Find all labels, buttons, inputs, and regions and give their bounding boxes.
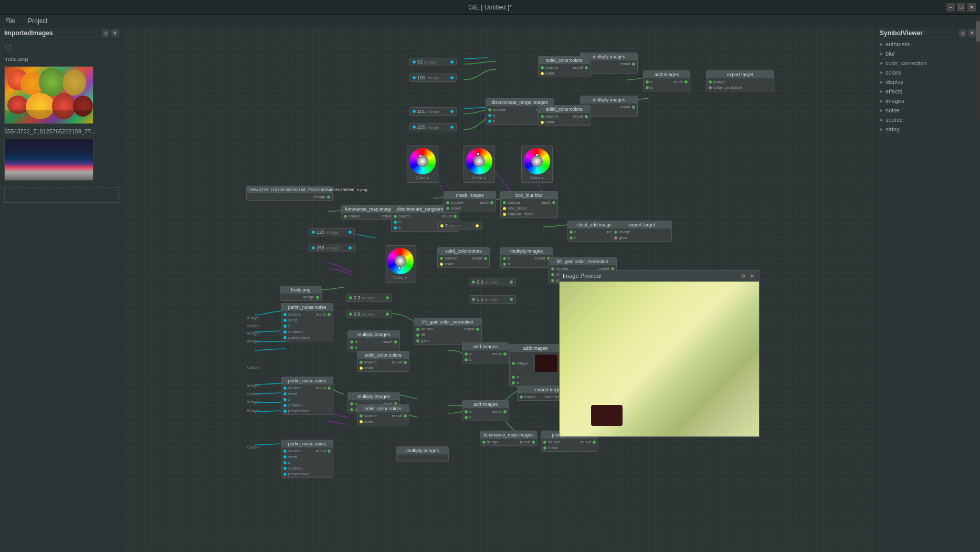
node-header: add:images: [644, 71, 690, 78]
close-button[interactable]: ✕: [967, 3, 976, 12]
symbol-label-source: source: [886, 117, 903, 123]
node-fruits-png[interactable]: fruits.png image: [280, 286, 322, 301]
titlebar: GIE [ Untitled ]* – □ ✕: [0, 0, 980, 15]
symbol-item-string[interactable]: ▶ string: [876, 124, 980, 134]
value-node-101[interactable]: 101 integer: [409, 107, 457, 116]
label-integer-5: integer: [247, 399, 260, 404]
symbol-label-noise: noise: [886, 107, 899, 113]
menu-project[interactable]: Project: [25, 16, 50, 26]
arrow-icon-images: ▶: [880, 98, 883, 103]
node-export-target-1[interactable]: export target image color correction: [706, 70, 774, 91]
node-multiply-images-4[interactable]: multiply:images a result b: [347, 330, 400, 351]
node-header: add:images: [462, 401, 509, 408]
node-box-blur[interactable]: box_blur:blur source result row_factor c…: [500, 191, 558, 218]
node-solid-color-4[interactable]: solid_color:colors source result color: [357, 351, 409, 372]
node-mask-images[interactable]: mask:images source result mask: [444, 191, 496, 212]
node-header: multiply:images: [397, 447, 448, 454]
image-preview-panel[interactable]: Image Preview ◇ ✕: [559, 270, 760, 437]
symbol-item-arithmetic[interactable]: ▶ arithmetic: [876, 39, 980, 49]
color-node-1[interactable]: Color ⬥: [407, 145, 438, 183]
scrollbar-thumb[interactable]: [976, 27, 980, 121]
node-multiply-images-3[interactable]: multiply:images a result b: [500, 247, 553, 268]
node-solid-color-1[interactable]: solid_color:colors source result color: [538, 56, 591, 77]
node-solid-color-3[interactable]: solid_color:colors source result color: [437, 247, 490, 268]
preview-settings-button[interactable]: ◇: [740, 272, 747, 279]
symbol-item-display[interactable]: ▶ display: [876, 77, 980, 87]
node-header: solid_color:colors: [357, 351, 409, 359]
node-solid-color-5[interactable]: solid_color:colors source result color: [357, 404, 409, 425]
symbol-viewer-title: SymbolViewer: [880, 29, 923, 37]
color-node-3[interactable]: Color ⬥: [521, 145, 553, 183]
symbol-list[interactable]: ▶ arithmetic ▶ blur ▶ color_correction ▶…: [876, 39, 980, 552]
left-panel-header: ImportedImages ◇ ✕: [0, 27, 123, 39]
node-multiply-images-6[interactable]: multiply:images: [396, 446, 449, 462]
symbol-item-source[interactable]: ▶ source: [876, 115, 980, 124]
value-node-255-2[interactable]: 255 integer: [309, 244, 355, 252]
node-solid-color-2[interactable]: solid_color:colors source result color: [538, 105, 591, 126]
node-header: luminance_map:images: [480, 431, 537, 439]
value-node-0.3-1[interactable]: 0.3 double: [469, 278, 516, 286]
file-item-fruits[interactable]: fruits.png: [0, 54, 123, 64]
node-header: fruits.png: [280, 286, 321, 294]
color-wheel-1: [409, 148, 436, 174]
value-node-0.3-2[interactable]: 0.3 double: [346, 294, 392, 302]
symbol-item-noise[interactable]: ▶ noise: [876, 106, 980, 115]
symbol-item-images[interactable]: ▶ images: [876, 96, 980, 106]
preview-title: Image Preview: [563, 273, 601, 279]
node-lift-gain-2[interactable]: lift_gain:color_correction source result…: [414, 318, 482, 345]
node-header: multiply:images: [348, 393, 399, 400]
node-filename[interactable]: 55543722_718125765252159_776230635488587…: [246, 186, 333, 201]
right-panel-settings-button[interactable]: ◇: [959, 29, 966, 37]
node-perlin-noise-3[interactable]: perlin_noise:noise source result seed z …: [281, 440, 333, 478]
node-add-images-thumbnail[interactable]: add:images image a b: [509, 344, 562, 387]
value-node-1.5[interactable]: 1.5 double: [469, 295, 516, 304]
value-255-2: 255: [317, 245, 324, 251]
value-51: 51: [417, 59, 423, 65]
color-node-4[interactable]: Color ⬥: [385, 245, 416, 283]
symbol-label-colors: colors: [886, 69, 901, 76]
node-header: box_blur:blur: [501, 192, 557, 199]
node-export-target-2[interactable]: export target image glow: [612, 221, 672, 242]
minimize-button[interactable]: –: [946, 3, 955, 12]
node-perlin-noise-1[interactable]: perlin_noise:noise source result seed z …: [281, 303, 333, 341]
value-0.3-2: 0.3: [354, 295, 361, 300]
symbol-item-color-correction[interactable]: ▶ color_correction: [876, 58, 980, 68]
scrollbar-handle[interactable]: [976, 27, 980, 42]
import-drop-zone[interactable]: [4, 187, 119, 203]
node-perlin-noise-2[interactable]: perlin_noise:noise source result seed z …: [281, 377, 333, 415]
left-panel-close-button[interactable]: ✕: [111, 29, 119, 37]
preview-image: [560, 282, 759, 436]
value-node-100[interactable]: 100 integer: [409, 74, 457, 82]
symbol-item-blur[interactable]: ▶ blur: [876, 49, 980, 58]
symbol-item-colors[interactable]: ▶ colors: [876, 68, 980, 77]
node-luminance-map-1[interactable]: luminance_map:images image result: [341, 205, 399, 220]
value-node-0.8[interactable]: 0.8 double: [346, 310, 392, 318]
label-integer-1: integer: [247, 315, 260, 320]
node-add-images-3[interactable]: add:images a result b: [462, 400, 509, 421]
color-node-2[interactable]: Color ⬥: [463, 145, 495, 183]
left-panel-settings-button[interactable]: ◇: [102, 29, 109, 37]
preview-close-button[interactable]: ✕: [749, 272, 756, 279]
menu-file[interactable]: File: [2, 16, 18, 26]
file-item-city[interactable]: 55543722_718125765252159_77...: [0, 126, 123, 137]
node-header: lift_gain:color_correction: [549, 258, 616, 265]
value-node-255-1[interactable]: 255 integer: [409, 123, 457, 131]
value-1.5: 1.5: [477, 297, 483, 302]
node-add-images-1[interactable]: add:images a result b: [643, 70, 690, 91]
label-double-2: double: [247, 365, 260, 370]
maximize-button[interactable]: □: [957, 3, 965, 12]
thumbnail-city: [4, 139, 93, 181]
value-node-120[interactable]: 120 integer: [309, 228, 355, 236]
canvas-area[interactable]: multiply:images a result b solid_color:c…: [123, 27, 875, 552]
node-header: export target: [707, 71, 774, 78]
node-add-images-2[interactable]: add:images a result b: [462, 342, 509, 363]
node-header: multiply:images: [348, 331, 399, 338]
right-panel-close-button[interactable]: ✕: [968, 29, 976, 37]
node-header: solid_color:colors: [539, 106, 590, 113]
value-node-51[interactable]: 51 integer: [409, 58, 457, 66]
value-node-7[interactable]: 7 double: [437, 222, 482, 230]
symbol-item-effects[interactable]: ▶ effects: [876, 87, 980, 96]
label-integer-3: integer: [247, 339, 260, 343]
window-title: GIE [ Untitled ]*: [468, 4, 512, 11]
node-luminance-map-2[interactable]: luminance_map:images image result: [480, 431, 538, 446]
